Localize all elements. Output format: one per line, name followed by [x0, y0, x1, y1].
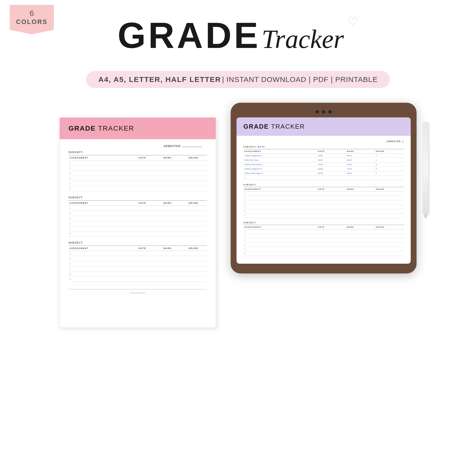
tablet-body: SEMESTER: 1 SUBJECT: Math ASSESSMENT DAT…: [237, 136, 411, 264]
camera-dot-3: [328, 110, 332, 114]
title-grade: GRADE: [118, 15, 260, 55]
table-row: 5.: [68, 226, 207, 231]
stylus-tip: [425, 214, 426, 218]
tablet-preview: GRADE TRACKER SEMESTER: 1 SUBJECT: Math: [231, 103, 417, 273]
table-row: 4.: [68, 221, 207, 226]
table-row: 4.: [243, 243, 404, 247]
tablet-grade-table-1: ASSESSMENT DATE MARK GRADE 1 Math assign…: [243, 149, 404, 180]
paper-semester: SEMESTER:: [68, 145, 207, 148]
table-row: 2 Mid Term Quiz 01/21 02/22 1: [243, 158, 404, 162]
paper-body: SEMESTER: SUBJECT: ASSESSMENT DATE MARK …: [60, 139, 216, 299]
tablet-header: GRADE TRACKER: [237, 118, 411, 136]
tablet-camera-area: [237, 110, 411, 114]
tablet-semester: SEMESTER: 1: [243, 140, 404, 143]
table-row: 2.: [68, 166, 207, 171]
tablet-title: GRADE TRACKER: [243, 123, 305, 130]
table-row: 1.: [68, 251, 207, 256]
table-row: 6.: [68, 186, 207, 191]
main-title-area: GRADE Tracker ♡ A4, A5, LETTER, HALF LET…: [0, 15, 476, 88]
table-row: 1.: [243, 191, 404, 196]
subject-1-label: SUBJECT:: [68, 151, 207, 153]
table-row: 4 Math assignment 2 02/09 14/20 6: [243, 167, 404, 171]
table-row: 5 Mock Final Paper 2 02/20 18/25 1: [243, 171, 404, 176]
table-row: 3.: [68, 261, 207, 266]
grade-table-3: ASSESSMENT DATE MARK GRADE 1. 2. 3. 4. 5…: [68, 246, 207, 282]
table-row: 6.: [243, 214, 404, 218]
table-row: 6.: [243, 252, 404, 256]
stylus: [423, 122, 428, 215]
table-row: 1.: [243, 229, 404, 234]
table-row: 5.: [243, 247, 404, 252]
table-row: 3 Mock Final Paper 1 01/29 10/22 6: [243, 162, 404, 167]
paper-subject-2: SUBJECT: ASSESSMENT DATE MARK GRADE 1. 2…: [68, 196, 207, 237]
table-row: 6.: [243, 176, 404, 180]
paper-header: GRADE TRACKER: [60, 118, 216, 139]
tablet-subject-2: SUBJECT: ASSESSMENT DATE MARK GRADE: [243, 184, 404, 218]
table-row: 2.: [243, 196, 404, 200]
table-row: 3.: [68, 171, 207, 176]
title-tracker: Tracker: [262, 24, 344, 53]
table-row: 3.: [243, 238, 404, 243]
grade-table-1: ASSESSMENT DATE MARK GRADE 1. 2. 3. 4. 5…: [68, 155, 207, 191]
table-row: 5.: [243, 209, 404, 214]
subject-3-label: SUBJECT:: [68, 241, 207, 244]
subtitle-formats: A4, A5, LETTER, HALF LETTER: [98, 75, 221, 84]
grade-table-2: ASSESSMENT DATE MARK GRADE 1. 2. 3. 4. 5…: [68, 200, 207, 237]
table-row: 4.: [68, 266, 207, 272]
table-row: 6.: [68, 277, 207, 282]
table-row: 4.: [243, 205, 404, 209]
table-row: 1.: [68, 206, 207, 211]
table-row: 3.: [68, 216, 207, 221]
camera-dot-1: [316, 110, 319, 114]
table-row: 3.: [243, 200, 404, 205]
tablet-subject-1: SUBJECT: Math ASSESSMENT DATE MARK GRADE: [243, 146, 404, 180]
camera-dot-2: [322, 110, 325, 114]
paper-preview: GRADE TRACKER SEMESTER: SUBJECT: ASSESSM…: [59, 118, 216, 328]
subtitle-bar: A4, A5, LETTER, HALF LETTER | INSTANT DO…: [86, 71, 390, 88]
table-row: 5.: [68, 272, 207, 277]
heart-icon: ♡: [347, 15, 358, 29]
table-row: 2.: [243, 234, 404, 238]
paper-subject-3: SUBJECT: ASSESSMENT DATE MARK GRADE 1. 2…: [68, 241, 207, 282]
paper-subject-1: SUBJECT: ASSESSMENT DATE MARK GRADE 1. 2…: [68, 151, 207, 191]
table-row: 5.: [68, 181, 207, 186]
tablet-subject-2-label: SUBJECT:: [243, 184, 404, 186]
tablet-subject-3: SUBJECT: ASSESSMENT DATE MARK GRADE: [243, 221, 404, 256]
tablet-subject-3-label: SUBJECT:: [243, 221, 404, 224]
tablet-screen: GRADE TRACKER SEMESTER: 1 SUBJECT: Math: [237, 118, 411, 264]
tablet-outer: GRADE TRACKER SEMESTER: 1 SUBJECT: Math: [231, 103, 417, 273]
paper-header-grade: GRADE TRACKER: [68, 124, 134, 132]
table-row: 2.: [68, 256, 207, 261]
table-row: 6.: [68, 231, 207, 237]
subject-2-label: SUBJECT:: [68, 196, 207, 199]
tablet-subject-1-label: SUBJECT: Math: [243, 146, 404, 148]
tablet-grade-table-3: ASSESSMENT DATE MARK GRADE 1. 2. 3.: [243, 225, 404, 256]
previews-area: GRADE TRACKER SEMESTER: SUBJECT: ASSESSM…: [12, 103, 464, 464]
table-row: 1.: [68, 160, 207, 166]
table-row: 2.: [68, 211, 207, 216]
table-row: 1 Math assignment 1 01/03 09/10 1: [243, 153, 404, 158]
table-row: 4.: [68, 176, 207, 181]
subtitle-extra: | INSTANT DOWNLOAD | PDF | PRINTABLE: [222, 75, 378, 84]
tablet-grade-table-2: ASSESSMENT DATE MARK GRADE 1. 2. 3.: [243, 187, 404, 218]
title-line: GRADE Tracker ♡: [0, 15, 476, 56]
